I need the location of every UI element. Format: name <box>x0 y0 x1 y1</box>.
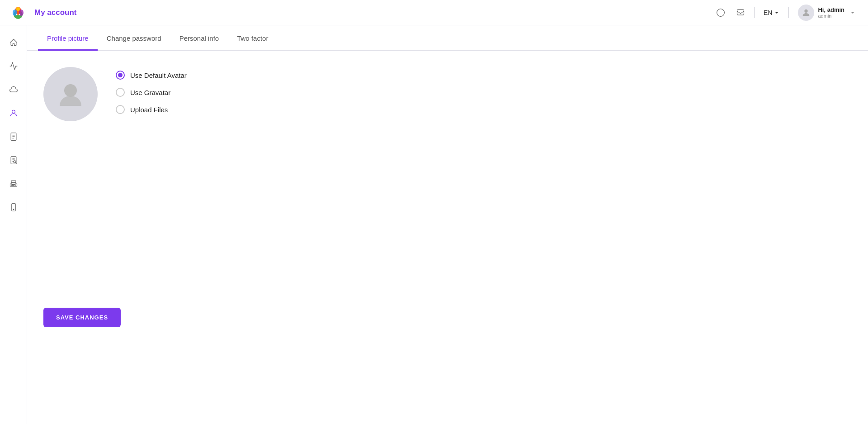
svg-point-4 <box>16 7 20 11</box>
tab-change-password[interactable]: Change password <box>98 25 170 51</box>
user-greeting: Hi, admin <box>818 6 844 13</box>
profile-section: Use Default Avatar Use Gravatar Upload F… <box>43 67 852 121</box>
tabs-bar: Profile picture Change password Personal… <box>27 25 868 51</box>
app-logo <box>9 4 27 22</box>
page-content: Profile picture Change password Personal… <box>27 25 868 424</box>
avatar-preview <box>43 67 98 121</box>
language-button[interactable]: EN <box>760 7 783 18</box>
tab-two-factor[interactable]: Two factor <box>228 25 277 51</box>
svg-point-10 <box>12 110 15 113</box>
sidebar-item-user[interactable] <box>4 103 24 123</box>
save-changes-button[interactable]: SAVE CHANGES <box>43 308 121 327</box>
save-button-area: SAVE CHANGES <box>27 291 868 343</box>
avatar-options: Use Default Avatar Use Gravatar Upload F… <box>116 67 187 114</box>
content-area: Profile picture Change password Personal… <box>27 25 868 424</box>
svg-point-26 <box>64 84 77 97</box>
tab-personal-info[interactable]: Personal info <box>170 25 228 51</box>
option-gravatar-label: Use Gravatar <box>130 89 170 96</box>
svg-point-7 <box>717 9 725 16</box>
sidebar-item-cloud[interactable] <box>4 80 24 100</box>
option-upload-files-label: Upload Files <box>130 106 168 114</box>
sidebar-item-home[interactable] <box>4 33 24 52</box>
user-avatar <box>798 5 814 21</box>
page-title: My account <box>34 8 77 17</box>
svg-rect-22 <box>12 184 14 185</box>
notification-button[interactable] <box>712 5 729 21</box>
svg-point-9 <box>805 9 808 12</box>
svg-rect-8 <box>737 10 744 15</box>
option-default-avatar-label: Use Default Avatar <box>130 71 187 79</box>
radio-default-avatar[interactable] <box>116 71 125 80</box>
profile-picture-content: Use Default Avatar Use Gravatar Upload F… <box>27 51 868 138</box>
svg-point-5 <box>16 14 18 15</box>
svg-rect-23 <box>12 185 14 186</box>
option-gravatar[interactable]: Use Gravatar <box>116 88 187 97</box>
radio-upload-files[interactable] <box>116 105 125 114</box>
tab-profile-picture[interactable]: Profile picture <box>38 25 98 51</box>
main-layout: Profile picture Change password Personal… <box>0 25 868 424</box>
header-divider-2 <box>788 7 789 18</box>
messages-button[interactable] <box>732 5 749 21</box>
user-role: admin <box>818 13 831 19</box>
sidebar-item-print[interactable] <box>4 174 24 194</box>
header-right: EN Hi, admin admin <box>712 3 859 23</box>
user-info: Hi, admin admin <box>818 6 844 19</box>
header: My account EN <box>0 0 868 25</box>
option-default-avatar[interactable]: Use Default Avatar <box>116 71 187 80</box>
sidebar-item-report[interactable] <box>4 150 24 170</box>
radio-gravatar[interactable] <box>116 88 125 97</box>
lang-label: EN <box>764 9 772 16</box>
user-menu-button[interactable]: Hi, admin admin <box>794 3 859 23</box>
sidebar-item-mobile[interactable] <box>4 197 24 217</box>
radio-inner-default <box>118 73 123 77</box>
header-divider <box>754 7 755 18</box>
sidebar-item-analytics[interactable] <box>4 56 24 76</box>
svg-point-19 <box>14 161 16 163</box>
svg-point-6 <box>19 14 20 15</box>
svg-point-25 <box>13 209 14 210</box>
option-upload-files[interactable]: Upload Files <box>116 105 187 114</box>
sidebar <box>0 25 27 424</box>
sidebar-item-document[interactable] <box>4 127 24 147</box>
